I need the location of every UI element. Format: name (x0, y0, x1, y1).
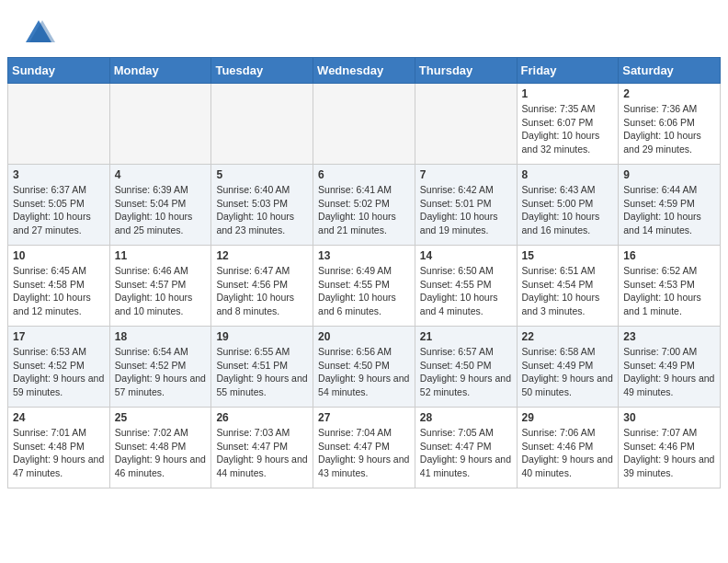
calendar-cell: 6Sunrise: 6:41 AM Sunset: 5:02 PM Daylig… (313, 165, 415, 246)
calendar-cell: 26Sunrise: 7:03 AM Sunset: 4:47 PM Dayli… (211, 408, 313, 488)
calendar-cell (8, 84, 110, 165)
calendar-day-header: Monday (109, 58, 211, 84)
day-number: 17 (13, 330, 105, 343)
calendar-cell (313, 84, 415, 165)
header (0, 0, 728, 57)
day-number: 5 (216, 168, 308, 181)
day-number: 10 (13, 249, 105, 262)
logo (22, 17, 59, 50)
day-number: 2 (623, 87, 715, 100)
day-number: 22 (522, 330, 614, 343)
calendar-cell: 11Sunrise: 6:46 AM Sunset: 4:57 PM Dayli… (109, 246, 211, 327)
calendar-day-header: Tuesday (211, 58, 313, 84)
day-number: 9 (623, 168, 715, 181)
calendar-cell: 14Sunrise: 6:50 AM Sunset: 4:55 PM Dayli… (415, 246, 517, 327)
calendar-cell: 2Sunrise: 7:36 AM Sunset: 6:06 PM Daylig… (619, 84, 721, 165)
day-number: 16 (623, 249, 715, 262)
day-info: Sunrise: 7:06 AM Sunset: 4:46 PM Dayligh… (522, 426, 614, 480)
calendar-day-header: Wednesday (313, 58, 415, 84)
day-number: 8 (522, 168, 614, 181)
day-number: 23 (623, 330, 715, 343)
calendar-cell: 5Sunrise: 6:40 AM Sunset: 5:03 PM Daylig… (211, 165, 313, 246)
day-info: Sunrise: 6:40 AM Sunset: 5:03 PM Dayligh… (216, 183, 308, 237)
calendar-cell: 8Sunrise: 6:43 AM Sunset: 5:00 PM Daylig… (517, 165, 619, 246)
calendar-cell: 24Sunrise: 7:01 AM Sunset: 4:48 PM Dayli… (8, 408, 110, 488)
day-number: 3 (13, 168, 105, 181)
day-info: Sunrise: 6:56 AM Sunset: 4:50 PM Dayligh… (318, 345, 410, 399)
calendar-cell: 18Sunrise: 6:54 AM Sunset: 4:52 PM Dayli… (109, 327, 211, 408)
day-number: 11 (115, 249, 207, 262)
calendar-cell: 3Sunrise: 6:37 AM Sunset: 5:05 PM Daylig… (8, 165, 110, 246)
calendar-week-row: 17Sunrise: 6:53 AM Sunset: 4:52 PM Dayli… (8, 327, 721, 408)
calendar-table: SundayMondayTuesdayWednesdayThursdayFrid… (7, 57, 721, 488)
calendar-cell: 7Sunrise: 6:42 AM Sunset: 5:01 PM Daylig… (415, 165, 517, 246)
day-number: 19 (216, 330, 308, 343)
calendar-cell: 19Sunrise: 6:55 AM Sunset: 4:51 PM Dayli… (211, 327, 313, 408)
day-info: Sunrise: 7:07 AM Sunset: 4:46 PM Dayligh… (623, 426, 715, 480)
day-info: Sunrise: 6:37 AM Sunset: 5:05 PM Dayligh… (13, 183, 105, 237)
day-info: Sunrise: 6:55 AM Sunset: 4:51 PM Dayligh… (216, 345, 308, 399)
day-number: 14 (420, 249, 512, 262)
calendar-cell: 29Sunrise: 7:06 AM Sunset: 4:46 PM Dayli… (517, 408, 619, 488)
day-info: Sunrise: 6:49 AM Sunset: 4:55 PM Dayligh… (318, 264, 410, 318)
day-number: 21 (420, 330, 512, 343)
day-info: Sunrise: 7:01 AM Sunset: 4:48 PM Dayligh… (13, 426, 105, 480)
day-number: 13 (318, 249, 410, 262)
day-info: Sunrise: 6:51 AM Sunset: 4:54 PM Dayligh… (522, 264, 614, 318)
calendar-cell: 4Sunrise: 6:39 AM Sunset: 5:04 PM Daylig… (109, 165, 211, 246)
calendar-cell: 27Sunrise: 7:04 AM Sunset: 4:47 PM Dayli… (313, 408, 415, 488)
day-number: 30 (623, 411, 715, 424)
calendar-cell: 30Sunrise: 7:07 AM Sunset: 4:46 PM Dayli… (619, 408, 721, 488)
logo-icon (22, 17, 55, 50)
calendar-header-row: SundayMondayTuesdayWednesdayThursdayFrid… (8, 58, 721, 84)
calendar-cell: 21Sunrise: 6:57 AM Sunset: 4:50 PM Dayli… (415, 327, 517, 408)
calendar-cell (109, 84, 211, 165)
day-number: 20 (318, 330, 410, 343)
calendar-day-header: Thursday (415, 58, 517, 84)
day-info: Sunrise: 6:58 AM Sunset: 4:49 PM Dayligh… (522, 345, 614, 399)
day-info: Sunrise: 6:42 AM Sunset: 5:01 PM Dayligh… (420, 183, 512, 237)
day-number: 26 (216, 411, 308, 424)
calendar-container: SundayMondayTuesdayWednesdayThursdayFrid… (0, 57, 728, 496)
day-number: 6 (318, 168, 410, 181)
day-number: 15 (522, 249, 614, 262)
calendar-day-header: Saturday (619, 58, 721, 84)
day-info: Sunrise: 6:53 AM Sunset: 4:52 PM Dayligh… (13, 345, 105, 399)
day-info: Sunrise: 6:41 AM Sunset: 5:02 PM Dayligh… (318, 183, 410, 237)
day-number: 18 (115, 330, 207, 343)
calendar-day-header: Sunday (8, 58, 110, 84)
day-info: Sunrise: 6:46 AM Sunset: 4:57 PM Dayligh… (115, 264, 207, 318)
calendar-cell: 1Sunrise: 7:35 AM Sunset: 6:07 PM Daylig… (517, 84, 619, 165)
day-number: 1 (522, 87, 614, 100)
day-info: Sunrise: 7:05 AM Sunset: 4:47 PM Dayligh… (420, 426, 512, 480)
calendar-cell: 23Sunrise: 7:00 AM Sunset: 4:49 PM Dayli… (619, 327, 721, 408)
day-number: 28 (420, 411, 512, 424)
day-info: Sunrise: 6:57 AM Sunset: 4:50 PM Dayligh… (420, 345, 512, 399)
calendar-cell: 10Sunrise: 6:45 AM Sunset: 4:58 PM Dayli… (8, 246, 110, 327)
calendar-day-header: Friday (517, 58, 619, 84)
day-info: Sunrise: 7:00 AM Sunset: 4:49 PM Dayligh… (623, 345, 715, 399)
day-info: Sunrise: 6:39 AM Sunset: 5:04 PM Dayligh… (115, 183, 207, 237)
day-info: Sunrise: 7:36 AM Sunset: 6:06 PM Dayligh… (623, 102, 715, 156)
day-info: Sunrise: 6:52 AM Sunset: 4:53 PM Dayligh… (623, 264, 715, 318)
day-number: 29 (522, 411, 614, 424)
day-info: Sunrise: 7:02 AM Sunset: 4:48 PM Dayligh… (115, 426, 207, 480)
day-number: 12 (216, 249, 308, 262)
day-number: 27 (318, 411, 410, 424)
day-info: Sunrise: 7:35 AM Sunset: 6:07 PM Dayligh… (522, 102, 614, 156)
day-info: Sunrise: 6:44 AM Sunset: 4:59 PM Dayligh… (623, 183, 715, 237)
day-info: Sunrise: 6:54 AM Sunset: 4:52 PM Dayligh… (115, 345, 207, 399)
day-info: Sunrise: 6:45 AM Sunset: 4:58 PM Dayligh… (13, 264, 105, 318)
calendar-cell: 28Sunrise: 7:05 AM Sunset: 4:47 PM Dayli… (415, 408, 517, 488)
calendar-cell: 20Sunrise: 6:56 AM Sunset: 4:50 PM Dayli… (313, 327, 415, 408)
day-info: Sunrise: 7:04 AM Sunset: 4:47 PM Dayligh… (318, 426, 410, 480)
day-info: Sunrise: 6:43 AM Sunset: 5:00 PM Dayligh… (522, 183, 614, 237)
calendar-cell: 16Sunrise: 6:52 AM Sunset: 4:53 PM Dayli… (619, 246, 721, 327)
calendar-week-row: 10Sunrise: 6:45 AM Sunset: 4:58 PM Dayli… (8, 246, 721, 327)
calendar-cell: 13Sunrise: 6:49 AM Sunset: 4:55 PM Dayli… (313, 246, 415, 327)
calendar-cell: 22Sunrise: 6:58 AM Sunset: 4:49 PM Dayli… (517, 327, 619, 408)
calendar-cell: 15Sunrise: 6:51 AM Sunset: 4:54 PM Dayli… (517, 246, 619, 327)
calendar-cell: 12Sunrise: 6:47 AM Sunset: 4:56 PM Dayli… (211, 246, 313, 327)
day-number: 7 (420, 168, 512, 181)
day-info: Sunrise: 7:03 AM Sunset: 4:47 PM Dayligh… (216, 426, 308, 480)
